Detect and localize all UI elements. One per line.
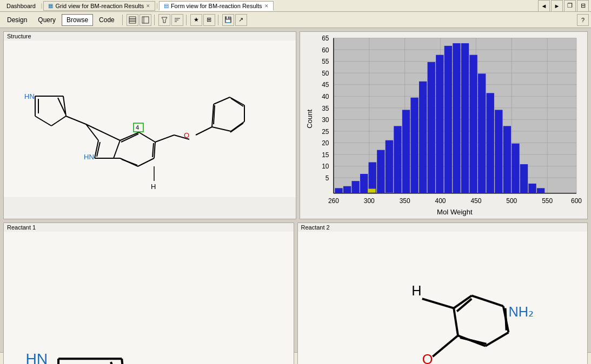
- svg-rect-74: [343, 186, 351, 193]
- svg-rect-86: [444, 46, 452, 193]
- nav-right-button[interactable]: ►: [551, 0, 563, 12]
- reactant1-title: Reactant 1: [4, 223, 294, 232]
- star-icon-button[interactable]: ★: [190, 14, 202, 26]
- svg-text:10: 10: [322, 163, 329, 170]
- svg-rect-98: [368, 189, 375, 193]
- svg-line-148: [505, 308, 506, 331]
- svg-rect-93: [503, 126, 511, 193]
- svg-text:HN: HN: [84, 153, 94, 161]
- window-button[interactable]: ⊟: [577, 0, 589, 12]
- svg-line-40: [212, 127, 231, 131]
- separator-4: [218, 15, 218, 25]
- tab-separator-2: |: [156, 3, 158, 9]
- save-icon-button[interactable]: 💾: [222, 14, 234, 26]
- svg-line-128: [122, 359, 126, 364]
- tab-grid-view[interactable]: ▦ Grid view for BM-reaction Results ✕: [43, 1, 155, 11]
- toolbar-group-1: [127, 14, 151, 26]
- restore-button[interactable]: ❐: [564, 0, 576, 12]
- svg-marker-5: [162, 17, 167, 23]
- svg-text:H: H: [151, 183, 156, 191]
- svg-line-149: [460, 338, 486, 345]
- svg-rect-78: [377, 150, 384, 193]
- svg-text:25: 25: [322, 128, 329, 136]
- svg-line-26: [139, 132, 155, 142]
- svg-text:NH₂: NH₂: [508, 305, 534, 320]
- svg-text:400: 400: [435, 197, 446, 205]
- svg-rect-0: [129, 17, 136, 19]
- svg-line-36: [155, 135, 174, 142]
- svg-rect-91: [487, 93, 494, 193]
- svg-rect-2: [129, 21, 136, 23]
- svg-text:550: 550: [542, 197, 553, 205]
- svg-rect-89: [469, 55, 477, 193]
- svg-text:45: 45: [322, 82, 329, 89]
- svg-rect-88: [461, 43, 469, 193]
- separator-2: [154, 15, 155, 25]
- browse-button[interactable]: Browse: [62, 14, 93, 26]
- svg-line-33: [122, 159, 137, 165]
- svg-line-27: [154, 142, 155, 158]
- reactant1-body: HN O: [4, 232, 294, 364]
- svg-text:65: 65: [322, 35, 329, 42]
- tab1-close-icon[interactable]: ✕: [146, 3, 150, 9]
- svg-line-47: [231, 98, 243, 106]
- svg-text:500: 500: [506, 197, 517, 205]
- svg-line-144: [485, 333, 508, 346]
- svg-text:HN: HN: [25, 350, 48, 364]
- settings-icon-button[interactable]: ⊞: [203, 14, 215, 26]
- toolbar-group-2: [158, 14, 183, 26]
- reactant1-panel: Reactant 1 HN: [3, 223, 294, 364]
- filter-icon-button[interactable]: [158, 14, 170, 26]
- svg-line-22: [114, 140, 120, 158]
- svg-rect-87: [453, 43, 460, 193]
- svg-rect-1: [129, 19, 136, 21]
- svg-text:35: 35: [322, 105, 329, 112]
- separator-3: [186, 15, 187, 25]
- svg-line-28: [138, 158, 154, 166]
- svg-rect-79: [386, 140, 393, 193]
- top-row: Structure HN: [3, 31, 588, 219]
- tab-form-view[interactable]: ▤ Form view for BM-reaction Results ✕: [159, 1, 274, 11]
- svg-rect-95: [520, 164, 528, 193]
- svg-line-32: [152, 143, 154, 157]
- svg-text:450: 450: [470, 197, 481, 205]
- nav-left-button[interactable]: ◄: [538, 0, 550, 12]
- svg-line-39: [196, 127, 212, 135]
- svg-text:H: H: [411, 284, 421, 299]
- grid-icon: ▦: [48, 3, 53, 9]
- separator-1: [122, 15, 123, 25]
- sort-icon-button[interactable]: [171, 14, 183, 26]
- svg-rect-82: [410, 98, 418, 193]
- reactant2-title: Reactant 2: [298, 223, 588, 232]
- svg-line-146: [454, 308, 458, 336]
- svg-text:30: 30: [322, 116, 329, 124]
- histogram-panel: 65 60 55 50 45 40 35 30 25 20 15 10 5 26…: [300, 31, 588, 219]
- design-button[interactable]: Design: [2, 14, 32, 26]
- export-icon-button[interactable]: ↗: [235, 14, 247, 26]
- svg-text:O: O: [422, 352, 433, 364]
- query-button[interactable]: Query: [33, 14, 61, 26]
- svg-text:Count: Count: [306, 109, 314, 128]
- main-content: Structure HN: [0, 28, 591, 352]
- svg-rect-92: [495, 110, 502, 193]
- toolbar-group-3: ★ ⊞: [190, 14, 215, 26]
- svg-rect-81: [402, 110, 410, 193]
- svg-text:350: 350: [400, 197, 410, 205]
- svg-text:20: 20: [322, 139, 329, 147]
- svg-line-140: [422, 299, 453, 309]
- form-icon-button[interactable]: [140, 14, 151, 26]
- svg-line-11: [35, 116, 51, 126]
- table-icon-button[interactable]: [127, 14, 138, 26]
- dashboard-tab[interactable]: Dashboard: [2, 1, 40, 11]
- svg-rect-94: [512, 144, 519, 193]
- title-bar: Dashboard | ▦ Grid view for BM-reaction …: [0, 0, 591, 12]
- code-button[interactable]: Code: [94, 14, 119, 26]
- toolbar-group-4: 💾 ↗: [222, 14, 247, 26]
- toolbar: Design Query Browse Code ★ ⊞ 💾 ↗ ?: [0, 12, 591, 28]
- tab2-close-icon[interactable]: ✕: [264, 3, 269, 9]
- form-icon: ▤: [164, 3, 169, 9]
- svg-line-17: [66, 116, 86, 124]
- svg-rect-83: [419, 82, 427, 193]
- help-icon-button[interactable]: ?: [577, 14, 589, 26]
- svg-rect-97: [537, 188, 544, 193]
